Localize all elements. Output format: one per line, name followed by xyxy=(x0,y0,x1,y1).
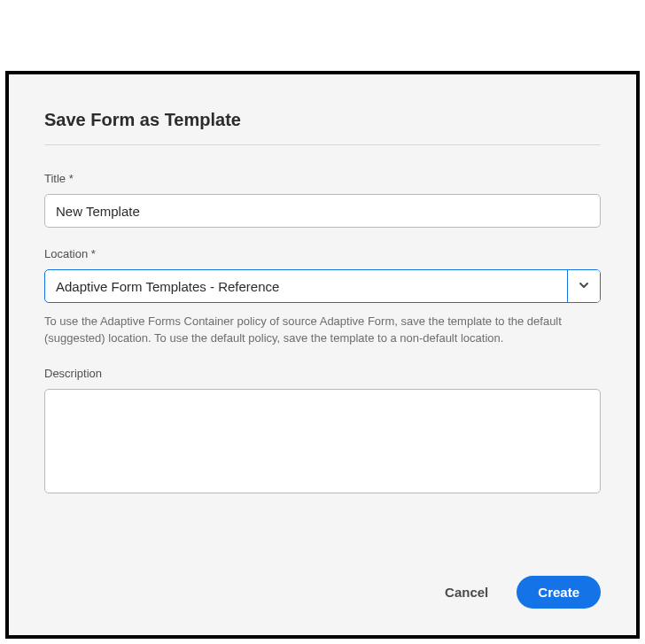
create-button[interactable]: Create xyxy=(517,576,601,609)
location-input[interactable] xyxy=(45,270,568,302)
description-label: Description xyxy=(44,367,601,380)
dialog-title: Save Form as Template xyxy=(44,110,601,130)
save-template-dialog: Save Form as Template Title * Location *… xyxy=(5,71,640,639)
location-dropdown-button[interactable] xyxy=(568,270,600,302)
title-label: Title * xyxy=(44,172,601,185)
chevron-down-icon xyxy=(579,280,589,293)
location-label: Location * xyxy=(44,247,601,260)
description-field-group: Description xyxy=(44,367,601,497)
title-divider xyxy=(44,144,601,145)
title-field-group: Title * xyxy=(44,172,601,228)
location-helper-text: To use the Adaptive Forms Container poli… xyxy=(44,314,601,347)
location-field-group: Location * To use the Adaptive Forms Con… xyxy=(44,247,601,347)
dialog-button-row: Cancel Create xyxy=(44,558,601,609)
title-input[interactable] xyxy=(44,194,601,228)
description-textarea[interactable] xyxy=(44,389,601,493)
location-combobox xyxy=(44,269,601,303)
cancel-button[interactable]: Cancel xyxy=(441,578,492,607)
